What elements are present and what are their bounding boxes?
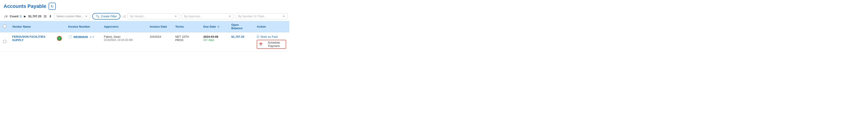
approved-check-icon: ✓ <box>57 36 62 41</box>
grid-icon[interactable]: ⊞ <box>44 14 46 19</box>
terms-value: NET 10TH PROX <box>175 35 189 42</box>
chevron-down-icon: ▼ <box>283 15 285 18</box>
header-action: Action <box>254 21 289 32</box>
approver-date: 2/14/2024, 10:24:16 AM <box>104 38 144 41</box>
header-open-balance: Open Balance <box>228 21 254 32</box>
refresh-icon: ↻ <box>51 4 54 8</box>
table-header-row: Vendor Name Invoice Number Approvers Inv… <box>0 21 289 32</box>
header-terms: Terms <box>172 21 200 32</box>
number-filter-placeholder: By Number Or Total... <box>238 14 266 18</box>
open-balance-value: $1,707.25 <box>231 35 244 38</box>
schedule-calendar-icon: 📅 <box>259 43 262 46</box>
header-due-date[interactable]: Due Date ▽ <box>200 21 228 32</box>
vendor-cell: FERGUSON FACILITIES SUPPLY ✓ <box>9 32 65 52</box>
sort-icon: ↓≡ <box>4 14 7 19</box>
approver-cell: Fabris, Sean 2/14/2024, 10:24:16 AM <box>101 32 147 52</box>
vendor-name[interactable]: FERGUSON FACILITIES SUPPLY <box>12 35 55 42</box>
chevron-down-icon: ▼ <box>85 15 88 18</box>
open-balance-cell: $1,707.25 <box>228 32 254 52</box>
table-row: FERGUSON FACILITIES SUPPLY ✓ 📄 WE860649 … <box>0 32 289 52</box>
custom-filter-placeholder: Select custom filter... <box>57 14 84 18</box>
toolbar: ↓≡ Count: 1 ▶ $1,707.25 ⊞ ⬇ Select custo… <box>0 12 289 21</box>
due-date-value: 2024-03-08 <box>204 35 225 38</box>
mark-as-paid-button[interactable]: ☑ Mark as Paid <box>257 35 278 38</box>
page-title[interactable]: Accounts Payable <box>4 3 46 9</box>
count-value: 1 <box>20 14 22 18</box>
amount-separator: ▶ <box>24 14 26 18</box>
invoice-check-icon: ✓✓ <box>89 35 95 39</box>
invoice-cell: 📄 WE860649 ✓✓ <box>65 32 101 52</box>
header-checkbox-cell <box>0 21 9 32</box>
vendor-filter-dropdown[interactable]: By Vendor... ▼ <box>128 13 179 19</box>
custom-filter-dropdown[interactable]: Select custom filter... ▼ <box>54 13 90 19</box>
create-filter-button[interactable]: 🔍 Create Filter <box>92 13 121 20</box>
amount-value: $1,707.25 <box>28 14 41 18</box>
chevron-down-icon: ▼ <box>175 15 177 18</box>
row-checkbox[interactable] <box>3 40 6 43</box>
count-label: Count: 1 <box>10 14 22 18</box>
invoice-date-cell: 2/4/2024 <box>147 32 172 52</box>
header-invoice-date: Invoice Date <box>147 21 172 32</box>
schedule-payment-button[interactable]: 📅 Schedule Payment <box>257 40 286 49</box>
header-vendor: Vendor Name <box>9 21 65 32</box>
row-checkbox-cell <box>0 32 9 52</box>
refresh-button[interactable]: ↻ <box>49 3 56 10</box>
search-icon: 🔍 <box>96 14 99 18</box>
due-days-value: 22+ days <box>204 38 225 41</box>
header-approvers: Approvers <box>101 21 147 32</box>
action-cell: ☑ Mark as Paid 📅 Schedule Payment <box>254 32 289 52</box>
invoice-doc-icon: 📄 <box>68 35 72 39</box>
vendor-filter-placeholder: By Vendor... <box>130 14 146 18</box>
due-date-cell: 2024-03-08 22+ days <box>200 32 228 52</box>
sort-desc-icon: ▽ <box>218 26 219 28</box>
terms-cell: NET 10TH PROX <box>172 32 200 52</box>
approver-name: Fabris, Sean <box>104 35 144 38</box>
mark-paid-icon: ☑ <box>257 35 259 38</box>
header-invoice: Invoice Number <box>65 21 101 32</box>
approver-filter-placeholder: By Approver... <box>184 14 202 18</box>
invoice-number-link[interactable]: WE860649 <box>73 35 88 39</box>
invoice-date-value: 2/4/2024 <box>150 35 161 38</box>
filter-arrow-icon[interactable]: ◁ <box>123 14 125 19</box>
select-all-checkbox[interactable] <box>3 25 6 28</box>
chevron-down-icon: ▼ <box>229 15 231 18</box>
accounts-payable-table: Vendor Name Invoice Number Approvers Inv… <box>0 21 289 52</box>
page-header: Accounts Payable ↻ <box>0 0 289 12</box>
approver-filter-dropdown[interactable]: By Approver... ▼ <box>182 13 233 19</box>
number-filter-dropdown[interactable]: By Number Or Total... ▼ <box>236 13 287 19</box>
download-icon[interactable]: ⬇ <box>49 14 52 19</box>
